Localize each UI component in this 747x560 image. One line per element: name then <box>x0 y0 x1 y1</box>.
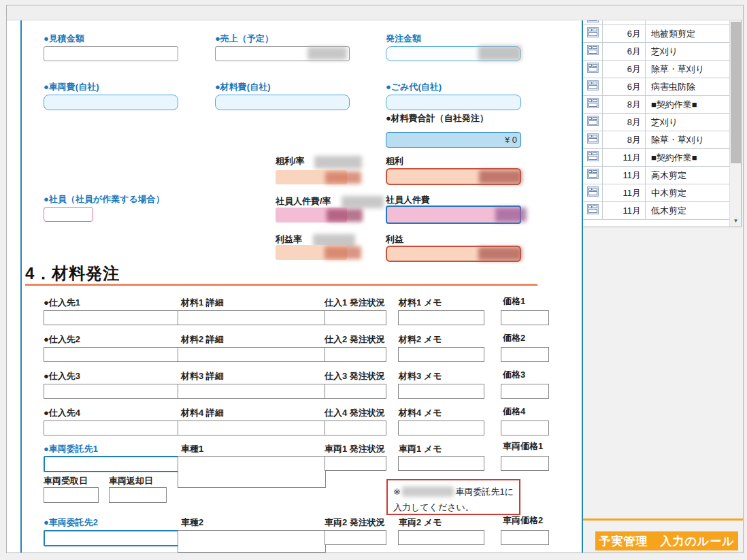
vehicle1-memo-input[interactable] <box>398 456 484 471</box>
task-name: ■契約作業■ <box>646 99 729 111</box>
vehicle-price2-label: 車両価格2 <box>503 515 543 526</box>
vehicle1-memo-label: 車両1 メモ <box>399 444 442 455</box>
redacted-value <box>325 171 361 184</box>
task-month: 8月 <box>603 114 646 131</box>
scrollbar-thumb[interactable] <box>731 22 741 163</box>
material1-memo-input[interactable] <box>398 310 484 325</box>
list-item[interactable]: 11月 高木剪定 <box>583 167 729 184</box>
task-name: 除草・草刈り <box>646 134 729 146</box>
price1-input[interactable] <box>501 310 549 325</box>
list-item[interactable]: 6月 除草・草刈り <box>583 61 729 78</box>
form-layout-icon <box>587 204 599 217</box>
vehicle-price1-input[interactable] <box>501 456 549 471</box>
material3-memo-label: 材料3 メモ <box>399 371 442 382</box>
form-layout-icon <box>587 151 599 164</box>
list-item[interactable]: 11月 ■契約作業■ <box>583 149 729 167</box>
list-scrollbar[interactable]: ▼ <box>729 20 741 227</box>
task-month: 11月 <box>603 167 646 184</box>
vehicle-cost-input[interactable] <box>44 95 178 110</box>
gross-profit-rate-label: 粗利/率 <box>276 156 305 167</box>
material3-status-input[interactable] <box>325 384 386 399</box>
task-name: 病害虫防除 <box>646 81 729 93</box>
material1-detail-input[interactable] <box>178 310 325 325</box>
vehicle-model1-textarea[interactable] <box>178 456 326 488</box>
list-item[interactable]: 11月 低木剪定 <box>583 202 729 220</box>
supplier4-input[interactable] <box>44 421 178 435</box>
vehicle2-status-input[interactable] <box>325 530 386 545</box>
list-item[interactable]: 8月 芝刈り <box>583 114 729 131</box>
redacted-value <box>479 170 522 184</box>
material3-memo-input[interactable] <box>398 384 484 399</box>
garbage-cost-input[interactable] <box>386 95 521 110</box>
material-total-value-field[interactable] <box>386 132 521 148</box>
vehicle-model2-textarea[interactable] <box>178 530 326 553</box>
supplier3-input[interactable] <box>44 384 178 399</box>
vendor-note-box: ※ 車両委託先1に 入力してください。 <box>386 479 520 515</box>
rules-button[interactable]: 予実管理 入力のルール <box>595 531 738 550</box>
list-item[interactable]: 8月 除草・草刈り <box>583 131 729 149</box>
task-month: 6月 <box>603 78 646 95</box>
vehicle-pickup-date-input[interactable] <box>44 487 99 503</box>
list-item[interactable]: 11月 中木剪定 <box>583 184 729 202</box>
vehicle-pickup-date-label: 車両受取日 <box>44 476 88 487</box>
task-month: 6月 <box>603 25 646 42</box>
material3-detail-input[interactable] <box>178 384 325 399</box>
material-cost-input[interactable] <box>215 95 350 110</box>
supplier1-input[interactable] <box>44 310 178 325</box>
material1-status-input[interactable] <box>325 310 386 325</box>
form-layout-icon <box>587 27 599 40</box>
sales-planned-label: ●売上（予定） <box>215 33 273 44</box>
vehicle1-status-input[interactable] <box>325 456 386 471</box>
redacted-value <box>308 47 347 60</box>
supplier2-input[interactable] <box>44 347 178 362</box>
task-name: 除草・草刈り <box>646 63 729 76</box>
footer-accent-rule <box>583 518 744 521</box>
form-layout-icon <box>587 63 599 76</box>
material2-memo-input[interactable] <box>398 347 484 362</box>
task-name: 芝刈り <box>646 116 729 129</box>
material4-detail-label: 材料4 詳細 <box>181 408 224 418</box>
vehicle-price2-input[interactable] <box>501 530 549 545</box>
material2-status-input[interactable] <box>325 347 386 362</box>
material4-memo-input[interactable] <box>398 421 484 435</box>
form-layout-icon <box>587 20 599 25</box>
redacted-value <box>478 247 522 261</box>
material3-status-label: 仕入3 発注状況 <box>325 371 385 382</box>
redacted-value <box>314 156 362 169</box>
list-item[interactable]: 6月 病害虫防除 <box>583 78 729 96</box>
vehicle-return-date-input[interactable] <box>109 487 167 503</box>
task-month: 6月 <box>603 61 646 78</box>
price2-input[interactable] <box>501 347 549 362</box>
form-layout-icon <box>587 186 599 199</box>
task-month: 11月 <box>603 184 646 201</box>
price3-input[interactable] <box>501 384 549 399</box>
list-item[interactable]: 6月 芝刈り <box>583 43 729 61</box>
vehicle-vendor2-input[interactable] <box>44 530 179 546</box>
redacted-value <box>495 208 527 222</box>
vehicle-return-date-label: 車両返却日 <box>109 476 153 487</box>
estimate-amount-label: ●見積金額 <box>44 33 84 44</box>
task-month: 11月 <box>603 202 646 219</box>
top-toolbar-strip <box>7 5 744 20</box>
form-layout-icon <box>587 169 599 182</box>
employee-cost-rate-label: 社員人件費/率 <box>276 196 331 207</box>
list-item[interactable]: 6月 地被類剪定 <box>583 25 729 43</box>
scrollbar-down-arrow-icon[interactable]: ▼ <box>730 215 742 227</box>
employee-input[interactable] <box>44 207 93 222</box>
vehicle2-memo-input[interactable] <box>398 530 484 545</box>
list-item[interactable]: 8月 ■契約作業■ <box>583 96 729 114</box>
vehicle-vendor1-label: ●車両委託先1 <box>44 444 98 455</box>
vehicle-price1-label: 車両価格1 <box>503 441 543 452</box>
task-name: 高木剪定 <box>646 169 729 182</box>
material3-detail-label: 材料3 詳細 <box>181 371 224 382</box>
material4-detail-input[interactable] <box>178 421 325 435</box>
material4-status-input[interactable] <box>325 421 386 435</box>
estimate-amount-input[interactable] <box>44 46 178 61</box>
material1-memo-label: 材料1 メモ <box>399 297 442 308</box>
price2-label: 価格2 <box>503 333 525 344</box>
form-layout-icon <box>587 116 599 129</box>
vehicle2-status-label: 車両2 発注状況 <box>325 517 385 528</box>
material2-detail-input[interactable] <box>178 347 325 362</box>
price4-input[interactable] <box>501 421 549 435</box>
vehicle-vendor1-input[interactable] <box>44 456 179 472</box>
